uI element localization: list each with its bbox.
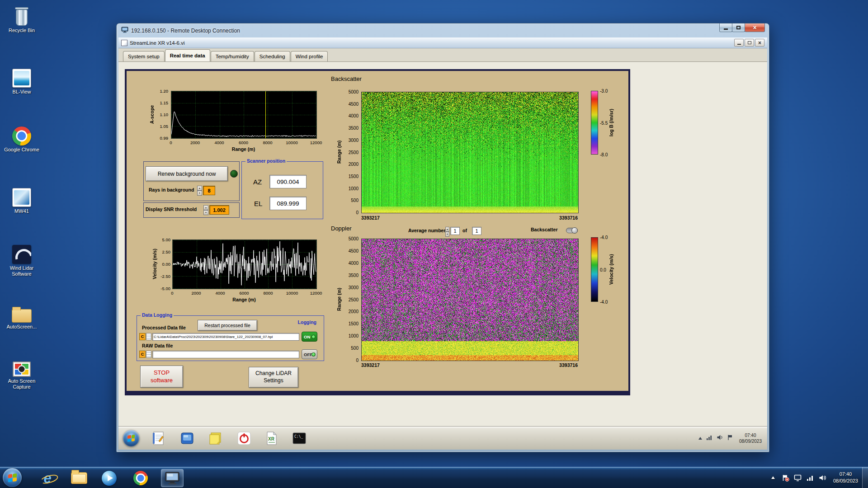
action-center-flag-icon[interactable] [782,474,790,482]
spinner-down-icon[interactable]: ▼ [197,191,202,196]
rdp-maximize-button[interactable] [732,23,745,32]
app-titlebar[interactable]: StreamLine XR v14-6.vi × [118,38,767,48]
desktop-icon-auto-screen-capture[interactable]: Auto Screen Capture [2,356,41,390]
tick-label: -2.50 [160,274,170,279]
taskbar-media-player-icon[interactable] [99,469,119,487]
change-lidar-settings-button[interactable]: Change LiDARSettings [249,367,298,388]
start-button[interactable] [3,468,22,487]
remote-clock[interactable]: 07:40 08/09/2023 [737,432,764,444]
raw-drive-icon[interactable]: C [139,351,146,358]
tick-label: 1.20 [160,89,169,94]
remote-taskbar-display-icon[interactable] [179,430,195,446]
backscatter-colorbar [591,91,598,155]
remote-taskbar-xr-file-icon[interactable]: XR [264,430,279,446]
rdp-close-button[interactable]: × [745,23,765,32]
display-icon[interactable] [794,474,802,482]
tick-label: 4000 [349,113,359,118]
tick-label: 0 [356,210,359,215]
rdp-minimize-button[interactable] [719,23,732,32]
tab-system-setup[interactable]: System setup [123,51,165,61]
taskbar-internet-explorer-icon[interactable]: e [37,469,58,487]
processed-drive-icon[interactable]: C [139,333,146,340]
of-label: of [462,228,467,233]
tab-real-time-data[interactable]: Real time data [165,49,210,61]
tick-label: 1.05 [160,124,169,129]
tick-label: 3500 [349,126,359,131]
tick-label: 0.00 [162,262,171,267]
tab-scheduling[interactable]: Scheduling [255,51,290,61]
average-spinner[interactable]: ▲▼ [445,227,449,235]
network-icon[interactable] [706,434,712,442]
remote-clock-time: 07:40 [739,432,762,438]
stop-line2: software [151,377,173,384]
remote-taskbar-sticky-notes-icon[interactable] [208,430,223,446]
ascope-plot[interactable] [171,91,317,139]
scanner-position-title: Scanner position [245,158,287,164]
average-number-field[interactable]: 1 [450,227,460,235]
network-icon[interactable] [806,474,814,482]
scanner-position-group: Scanner position AZ 090.004 EL 089.999 [241,161,323,219]
backscatter-toggle[interactable] [566,228,578,233]
tick-label: 2500 [349,150,359,155]
rays-value-field[interactable]: 8 [203,186,215,195]
show-hidden-icons-button[interactable] [769,473,778,482]
tick-label: 4500 [349,248,359,253]
remote-taskbar-console-icon[interactable]: C:\_ [292,430,307,446]
tab-wind-profile[interactable]: Wind profile [291,51,328,61]
app-restore-button[interactable] [745,39,754,47]
desktop-icon-google-chrome[interactable]: Google Chrome [2,125,41,153]
rdp-titlebar[interactable]: 192.168.0.150 - Remote Desktop Connectio… [117,23,769,38]
remote-taskbar-journal-icon[interactable] [151,430,166,446]
renew-background-button[interactable]: Renew background now [146,166,228,181]
show-desktop-button[interactable] [862,467,868,488]
snr-value-field[interactable]: 1.002 [209,205,229,215]
processed-file-icon[interactable] [146,333,151,340]
tick-label: 1000 [349,186,359,191]
app-minimize-button[interactable] [734,39,744,47]
spinner-down-icon[interactable]: ▼ [203,210,208,215]
processed-path-field[interactable]: C:\LidarA\Data\Proc\2023\202309\20230908… [152,333,299,341]
tick-label: -4.0 [600,300,608,305]
tick-label: 0.0 [600,267,606,272]
spinner-up-icon[interactable]: ▲ [203,205,208,210]
app-close-button[interactable]: × [755,39,764,47]
processed-logging-toggle[interactable]: ON [302,332,317,342]
logging-label: Logging [298,319,316,325]
tick-label: 1500 [349,174,359,178]
taskbar-chrome-icon[interactable] [130,469,151,487]
desktop-icon-autoscreen[interactable]: AutoScreen... [2,302,41,330]
restart-processed-file-button[interactable]: Restart processed file [198,320,257,331]
spinner-up-icon[interactable]: ▲ [197,186,202,191]
tab-temp-humidity[interactable]: Temp/humidity [211,51,254,61]
raw-file-icon[interactable] [146,351,151,358]
spinner-down-icon[interactable]: ▼ [445,232,449,237]
volume-icon[interactable] [818,474,826,482]
desktop-icon-wind-lidar-software[interactable]: Wind Lidar Software [2,243,41,277]
show-hidden-icons-icon[interactable] [698,437,702,440]
raw-path-field[interactable] [152,351,299,358]
taskbar-explorer-icon[interactable] [69,469,90,487]
snr-spinner[interactable]: ▲▼ [203,205,208,215]
front-panel-area: A-scope 1.201.151.101.050.99 02000400060… [118,62,767,426]
taskbar: e 07:40 08/09/2023 [0,467,868,488]
taskbar-clock[interactable]: 07:40 08/09/2023 [829,471,862,484]
desktop-icon-label: Auto Screen Capture [2,378,41,390]
desktop-icon-recycle-bin[interactable]: Recycle Bin [2,5,41,33]
desktop-icon-label: Wind Lidar Software [2,265,41,277]
tick-label: 10000 [286,291,298,296]
flag-icon[interactable] [727,434,733,442]
rays-spinner[interactable]: ▲▼ [197,186,202,195]
labview-vi-icon [121,40,127,46]
spinner-up-icon[interactable]: ▲ [445,227,449,232]
raw-logging-toggle[interactable]: OFF [302,349,317,359]
remote-taskbar-power-icon[interactable] [236,430,252,446]
app-window-title: StreamLine XR v14-6.vi [130,40,184,46]
tick-label: 2000 [191,291,201,296]
desktop-icon-mw41[interactable]: MW41 [2,186,41,214]
remote-start-button[interactable] [123,430,139,446]
volume-icon[interactable] [717,434,723,442]
tick-label: 10000 [286,140,297,145]
stop-software-button[interactable]: STOPsoftware [140,366,183,388]
desktop-icon-bl-view[interactable]: BL-View [2,67,41,95]
taskbar-rdp-icon[interactable] [161,469,184,487]
